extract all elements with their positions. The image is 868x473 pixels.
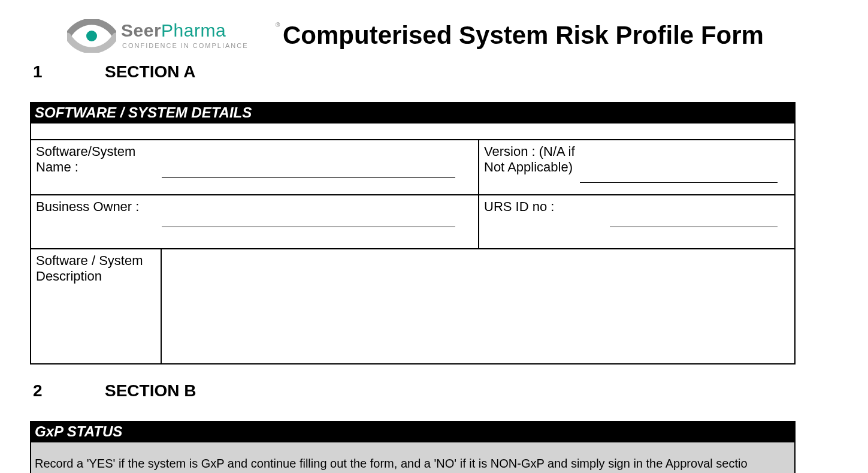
label-urs: URS ID no : [484,199,610,215]
input-version[interactable] [580,165,778,183]
section-a-label: SECTION A [105,62,195,82]
svg-point-0 [86,31,97,41]
section-b-heading: 2 SECTION B [33,381,196,400]
section-a-number: 1 [33,62,105,82]
header-row: SeerPharma ® CONFIDENCE IN COMPLIANCE Co… [67,17,856,54]
form-page: SeerPharma ® CONFIDENCE IN COMPLIANCE Co… [0,0,868,473]
spacer-row [31,123,794,140]
section-a-heading: 1 SECTION A [33,62,195,82]
row-owner-urs: Business Owner : URS ID no : [31,195,794,249]
row-name-version: Software/System Name : Version : (N/A if… [31,140,794,195]
input-urs[interactable] [610,210,778,227]
system-details-table: Software/System Name : Version : (N/A if… [30,122,796,364]
input-description[interactable] [162,249,794,363]
logo-text-pharma: Pharma [161,20,226,40]
row-description: Software / System Description [31,249,794,363]
eye-icon [67,19,116,55]
label-version: Version : (N/A if Not Applicable) [484,144,580,175]
cell-owner: Business Owner : [31,195,479,248]
logo-text-seer: Seer [121,20,161,40]
input-system-name[interactable] [162,161,455,178]
section-b-label: SECTION B [105,381,196,400]
label-system-name: Software/System Name : [36,144,162,175]
section-b-number: 2 [33,381,105,400]
input-owner[interactable] [162,210,455,227]
cell-urs: URS ID no : [479,195,794,248]
label-description: Software / System Description [31,249,162,363]
logo-tagline: CONFIDENCE IN COMPLIANCE [122,42,249,49]
gxp-instruction: Record a 'YES' if the system is GxP and … [30,442,796,473]
page-title: Computerised System Risk Profile Form [283,21,764,50]
registered-mark: ® [276,22,280,28]
details-bar: SOFTWARE / SYSTEM DETAILS [30,102,796,123]
gxp-bar: GxP STATUS [30,421,796,442]
company-logo: SeerPharma ® CONFIDENCE IN COMPLIANCE [67,17,277,54]
logo-wordmark: SeerPharma [121,20,226,41]
cell-system-name: Software/System Name : [31,140,479,194]
cell-version: Version : (N/A if Not Applicable) [479,140,794,194]
label-owner: Business Owner : [36,199,162,215]
